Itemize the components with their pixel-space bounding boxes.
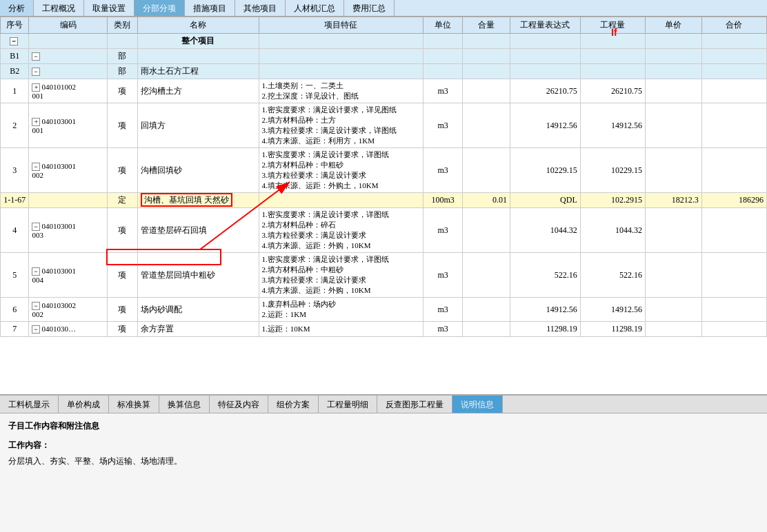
cell-unit [424,64,463,79]
expand-btn[interactable]: + [32,118,40,126]
cell-seq: B1 [1,49,29,64]
cell-name: 管道垫层碎石回填 [137,208,259,253]
table-row[interactable]: 4－040103001 003项管道垫层碎石回填1.密实度要求：满足设计要求，详… [1,208,767,253]
cell-category: 项 [107,79,137,103]
cell-feature: 1.废弃料品种：场内砂 2.运距：1KM [259,298,424,322]
cell-name: 沟槽回填砂 [137,148,259,193]
cell-expr [510,64,580,79]
top-tab-1[interactable]: 工程概况 [34,0,84,16]
cell-total [701,34,766,49]
collapse-btn[interactable]: － [32,325,40,334]
cell-amount: 522.16 [580,253,645,298]
table-row[interactable]: 1-1-67定沟槽、基坑回填 天然砂100m30.01QDL102.291518… [1,193,767,208]
bottom-work-label: 工作内容： [8,440,50,450]
collapse-btn[interactable]: － [32,267,40,276]
top-tab-7[interactable]: 费用汇总 [344,0,395,16]
cell-code: －040103001 002 [29,148,107,193]
cell-seq: － [1,34,29,49]
cell-seq: 6 [1,298,29,322]
main-table: 序号 编码 类别 名称 项目特征 单位 合量 工程量表达式 工程量 单价 合价 … [0,17,767,337]
cell-amount: 102.2915 [580,193,645,208]
col-header-total: 合价 [701,17,766,34]
table-row[interactable]: 1+040101002 001项挖沟槽土方1.土壤类别：一、二类土 2.挖土深度… [1,79,767,103]
table-row[interactable]: －整个项目 [1,34,767,49]
bottom-tab-2[interactable]: 标准换算 [109,396,159,413]
cell-total [701,64,766,79]
cell-quantity [462,298,510,322]
top-tab-2[interactable]: 取量设置 [84,0,135,16]
cell-code: －040103001 003 [29,208,107,253]
bottom-tab-8[interactable]: 说明信息 [452,396,503,413]
cell-price: 18212.3 [645,193,701,208]
cell-amount: 1044.32 [580,208,645,253]
cell-category: 项 [107,253,137,298]
cell-total [701,148,766,193]
bottom-tab-1[interactable]: 单价构成 [59,396,109,413]
bottom-section-title: 子目工作内容和附注信息 [8,419,759,434]
cell-quantity [462,79,510,103]
cell-quantity [462,103,510,148]
cell-price [645,148,701,193]
table-row[interactable]: B1－部 [1,49,767,64]
cell-seq: 5 [1,253,29,298]
cell-code [29,34,107,49]
table-row[interactable]: 6－040103002 002项场内砂调配1.废弃料品种：场内砂 2.运距：1K… [1,298,767,322]
cell-total [701,208,766,253]
cell-seq: 2 [1,103,29,148]
cell-code: － [29,49,107,64]
collapse-btn[interactable]: － [10,37,18,45]
cell-total [701,298,766,322]
cell-code: －040103002 002 [29,298,107,322]
collapse-btn[interactable]: － [32,223,40,231]
table-row[interactable]: B2－部雨水土石方工程 [1,64,767,79]
table-row[interactable]: 5－040103001 004项管道垫层回填中粗砂1.密实度要求：满足设计要求，… [1,253,767,298]
cell-price [645,322,701,337]
cell-seq: 1 [1,79,29,103]
top-tab-6[interactable]: 人材机汇总 [286,0,344,16]
cell-total [701,253,766,298]
cell-unit: m3 [424,253,463,298]
cell-total [701,322,766,337]
table-row[interactable]: 3－040103001 002项沟槽回填砂1.密实度要求：满足设计要求，详图纸 … [1,148,767,193]
top-tab-4[interactable]: 措施项目 [185,0,235,16]
cell-quantity [462,49,510,64]
bottom-tab-3[interactable]: 换算信息 [159,396,210,413]
cell-code: +040101002 001 [29,79,107,103]
col-header-amount: 工程量 [580,17,645,34]
expand-btn[interactable]: + [32,83,40,92]
cell-code: －040103001 004 [29,253,107,298]
cell-expr [510,34,580,49]
table-row[interactable]: 2+040103001 001项回填方1.密实度要求：满足设计要求，详见图纸 2… [1,103,767,148]
cell-price [645,253,701,298]
top-tab-3[interactable]: 分部分项 [135,0,185,16]
collapse-btn[interactable]: － [32,52,40,61]
highlighted-name: 沟槽、基坑回填 天然砂 [141,193,232,207]
top-tab-5[interactable]: 其他项目 [235,0,286,16]
col-header-unit: 单位 [424,17,463,34]
cell-category: 项 [107,208,137,253]
cell-amount: 11298.19 [580,322,645,337]
table-row[interactable]: 7－0401030…项余方弃置1.运距：10KMm311298.1911298.… [1,322,767,337]
cell-quantity [462,64,510,79]
table-area: 序号 编码 类别 名称 项目特征 单位 合量 工程量表达式 工程量 单价 合价 … [0,17,767,394]
bottom-tab-7[interactable]: 反查图形工程量 [377,396,452,413]
cell-expr: 10229.15 [510,148,580,193]
bottom-tab-0[interactable]: 工料机显示 [0,396,59,413]
col-header-name: 名称 [137,17,259,34]
bottom-tab-5[interactable]: 组价方案 [268,396,319,413]
collapse-btn[interactable]: － [32,68,40,76]
cell-feature [259,193,424,208]
cell-code [29,193,107,208]
collapse-btn[interactable]: － [32,163,40,171]
cell-expr: 1044.32 [510,208,580,253]
cell-total [701,49,766,64]
bottom-panel: 工料机显示单价构成标准换算换算信息特征及内容组价方案工程量明细反查图形工程量说明… [0,394,767,532]
bottom-tab-4[interactable]: 特征及内容 [210,396,268,413]
cell-quantity [462,34,510,49]
bottom-tab-6[interactable]: 工程量明细 [319,396,377,413]
cell-price [645,64,701,79]
collapse-btn[interactable]: － [32,302,40,310]
bottom-content-area: 子目工作内容和附注信息 工作内容： 分层填入、夯实、平整、场内运输、场地清理。 [0,413,767,475]
cell-name: 管道垫层回填中粗砂 [137,253,259,298]
top-tab-0[interactable]: 分析 [0,0,34,16]
